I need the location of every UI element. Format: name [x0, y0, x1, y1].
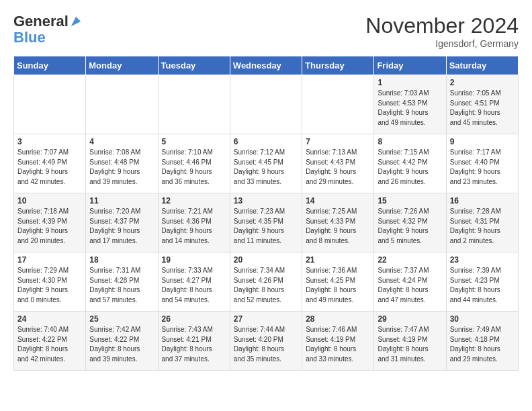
table-row: 27Sunrise: 7:44 AM Sunset: 4:20 PM Dayli…: [230, 312, 302, 371]
day-info: Sunrise: 7:49 AM Sunset: 4:18 PM Dayligh…: [450, 325, 515, 364]
calendar-header-row: Sunday Monday Tuesday Wednesday Thursday…: [14, 56, 519, 75]
day-number: 10: [17, 196, 82, 205]
day-number: 14: [306, 196, 370, 205]
day-info: Sunrise: 7:34 AM Sunset: 4:26 PM Dayligh…: [234, 266, 298, 305]
day-info: Sunrise: 7:29 AM Sunset: 4:30 PM Dayligh…: [17, 266, 82, 305]
table-row: 23Sunrise: 7:39 AM Sunset: 4:23 PM Dayli…: [446, 253, 518, 312]
table-row: 29Sunrise: 7:47 AM Sunset: 4:19 PM Dayli…: [374, 312, 446, 371]
table-row: 2Sunrise: 7:05 AM Sunset: 4:51 PM Daylig…: [446, 75, 518, 134]
day-info: Sunrise: 7:17 AM Sunset: 4:40 PM Dayligh…: [450, 148, 515, 187]
col-tuesday: Tuesday: [158, 56, 230, 75]
day-number: 26: [162, 314, 226, 324]
table-row: 9Sunrise: 7:17 AM Sunset: 4:40 PM Daylig…: [446, 134, 518, 193]
table-row: 16Sunrise: 7:28 AM Sunset: 4:31 PM Dayli…: [446, 193, 518, 253]
day-number: 25: [89, 314, 154, 324]
day-number: 18: [89, 255, 154, 265]
page: General Blue November 2024 Igensdorf, Ge…: [0, 0, 532, 377]
logo-text-blue: Blue: [13, 30, 82, 46]
table-row: 18Sunrise: 7:31 AM Sunset: 4:28 PM Dayli…: [86, 253, 158, 312]
day-info: Sunrise: 7:10 AM Sunset: 4:46 PM Dayligh…: [162, 148, 226, 187]
day-number: 24: [17, 314, 82, 324]
day-number: 27: [234, 314, 298, 324]
day-number: 9: [450, 137, 515, 146]
table-row: 17Sunrise: 7:29 AM Sunset: 4:30 PM Dayli…: [14, 253, 86, 312]
table-row: 3Sunrise: 7:07 AM Sunset: 4:49 PM Daylig…: [14, 134, 86, 193]
logo-icon: [70, 15, 82, 28]
day-number: 15: [378, 196, 442, 205]
day-number: 11: [89, 196, 154, 205]
table-row: 22Sunrise: 7:37 AM Sunset: 4:24 PM Dayli…: [374, 253, 446, 312]
day-info: Sunrise: 7:12 AM Sunset: 4:45 PM Dayligh…: [234, 148, 298, 187]
day-info: Sunrise: 7:21 AM Sunset: 4:36 PM Dayligh…: [162, 207, 226, 246]
table-row: 21Sunrise: 7:36 AM Sunset: 4:25 PM Dayli…: [302, 253, 374, 312]
table-row: 30Sunrise: 7:49 AM Sunset: 4:18 PM Dayli…: [446, 312, 518, 371]
day-info: Sunrise: 7:46 AM Sunset: 4:19 PM Dayligh…: [306, 325, 370, 364]
day-number: 12: [162, 196, 226, 205]
col-wednesday: Wednesday: [230, 56, 302, 75]
table-row: 19Sunrise: 7:33 AM Sunset: 4:27 PM Dayli…: [158, 253, 230, 312]
day-info: Sunrise: 7:25 AM Sunset: 4:33 PM Dayligh…: [306, 207, 370, 246]
table-row: 11Sunrise: 7:20 AM Sunset: 4:37 PM Dayli…: [86, 193, 158, 253]
table-row: [302, 75, 374, 134]
day-number: 1: [378, 78, 442, 87]
header: General Blue November 2024 Igensdorf, Ge…: [13, 13, 519, 49]
table-row: [14, 75, 86, 134]
day-number: 20: [234, 255, 298, 265]
day-info: Sunrise: 7:28 AM Sunset: 4:31 PM Dayligh…: [450, 207, 515, 246]
day-number: 13: [234, 196, 298, 205]
day-number: 29: [378, 314, 442, 324]
day-info: Sunrise: 7:15 AM Sunset: 4:42 PM Dayligh…: [378, 148, 442, 187]
day-info: Sunrise: 7:03 AM Sunset: 4:53 PM Dayligh…: [378, 89, 442, 128]
day-number: 16: [450, 196, 515, 205]
week-row-1: 1Sunrise: 7:03 AM Sunset: 4:53 PM Daylig…: [14, 75, 519, 134]
table-row: 15Sunrise: 7:26 AM Sunset: 4:32 PM Dayli…: [374, 193, 446, 253]
day-info: Sunrise: 7:05 AM Sunset: 4:51 PM Dayligh…: [450, 89, 515, 128]
week-row-4: 17Sunrise: 7:29 AM Sunset: 4:30 PM Dayli…: [14, 253, 519, 312]
day-number: 22: [378, 255, 442, 265]
day-info: Sunrise: 7:40 AM Sunset: 4:22 PM Dayligh…: [17, 325, 82, 364]
table-row: 7Sunrise: 7:13 AM Sunset: 4:43 PM Daylig…: [302, 134, 374, 193]
table-row: 20Sunrise: 7:34 AM Sunset: 4:26 PM Dayli…: [230, 253, 302, 312]
table-row: 1Sunrise: 7:03 AM Sunset: 4:53 PM Daylig…: [374, 75, 446, 134]
calendar: Sunday Monday Tuesday Wednesday Thursday…: [13, 56, 519, 371]
day-info: Sunrise: 7:43 AM Sunset: 4:21 PM Dayligh…: [162, 325, 226, 364]
day-number: 8: [378, 137, 442, 146]
day-info: Sunrise: 7:13 AM Sunset: 4:43 PM Dayligh…: [306, 148, 370, 187]
day-number: 6: [234, 137, 298, 146]
day-number: 3: [17, 137, 82, 146]
table-row: 8Sunrise: 7:15 AM Sunset: 4:42 PM Daylig…: [374, 134, 446, 193]
day-info: Sunrise: 7:18 AM Sunset: 4:39 PM Dayligh…: [17, 207, 82, 246]
week-row-5: 24Sunrise: 7:40 AM Sunset: 4:22 PM Dayli…: [14, 312, 519, 371]
table-row: [158, 75, 230, 134]
week-row-2: 3Sunrise: 7:07 AM Sunset: 4:49 PM Daylig…: [14, 134, 519, 193]
table-row: 5Sunrise: 7:10 AM Sunset: 4:46 PM Daylig…: [158, 134, 230, 193]
svg-marker-0: [71, 17, 81, 26]
table-row: 10Sunrise: 7:18 AM Sunset: 4:39 PM Dayli…: [14, 193, 86, 253]
table-row: 13Sunrise: 7:23 AM Sunset: 4:35 PM Dayli…: [230, 193, 302, 253]
day-info: Sunrise: 7:08 AM Sunset: 4:48 PM Dayligh…: [89, 148, 154, 187]
day-number: 23: [450, 255, 515, 265]
day-number: 4: [89, 137, 154, 146]
day-number: 28: [306, 314, 370, 324]
day-info: Sunrise: 7:31 AM Sunset: 4:28 PM Dayligh…: [89, 266, 154, 305]
day-info: Sunrise: 7:39 AM Sunset: 4:23 PM Dayligh…: [450, 266, 515, 305]
title-block: November 2024 Igensdorf, Germany: [365, 13, 519, 49]
col-sunday: Sunday: [14, 56, 86, 75]
table-row: [86, 75, 158, 134]
week-row-3: 10Sunrise: 7:18 AM Sunset: 4:39 PM Dayli…: [14, 193, 519, 253]
day-info: Sunrise: 7:44 AM Sunset: 4:20 PM Dayligh…: [234, 325, 298, 364]
day-number: 7: [306, 137, 370, 146]
day-number: 2: [450, 78, 515, 87]
col-monday: Monday: [86, 56, 158, 75]
day-info: Sunrise: 7:42 AM Sunset: 4:22 PM Dayligh…: [89, 325, 154, 364]
day-info: Sunrise: 7:07 AM Sunset: 4:49 PM Dayligh…: [17, 148, 82, 187]
table-row: 4Sunrise: 7:08 AM Sunset: 4:48 PM Daylig…: [86, 134, 158, 193]
day-number: 21: [306, 255, 370, 265]
day-info: Sunrise: 7:33 AM Sunset: 4:27 PM Dayligh…: [162, 266, 226, 305]
location: Igensdorf, Germany: [365, 38, 519, 49]
month-title: November 2024: [365, 13, 519, 38]
day-info: Sunrise: 7:26 AM Sunset: 4:32 PM Dayligh…: [378, 207, 442, 246]
col-friday: Friday: [374, 56, 446, 75]
table-row: [230, 75, 302, 134]
day-info: Sunrise: 7:20 AM Sunset: 4:37 PM Dayligh…: [89, 207, 154, 246]
